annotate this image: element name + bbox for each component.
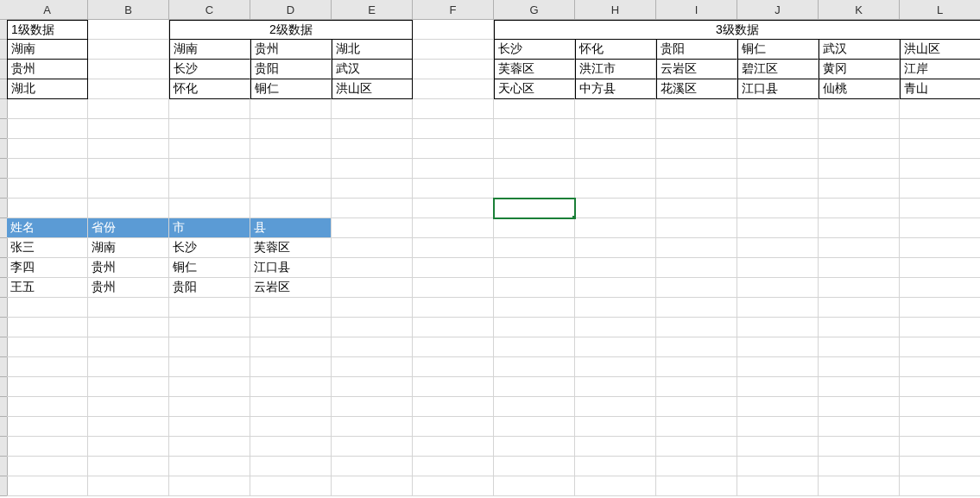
cell-F13[interactable] [413, 258, 494, 278]
cell-G1[interactable]: 3级数据 [494, 20, 980, 40]
col-header-B[interactable]: B [88, 0, 169, 20]
cell-F12[interactable] [413, 238, 494, 258]
cell-L17[interactable] [900, 337, 980, 357]
cell-L14[interactable] [900, 278, 980, 298]
cell-J21[interactable] [737, 417, 819, 437]
cell-B17[interactable] [88, 337, 169, 357]
cell-I9[interactable] [656, 179, 737, 199]
cell-F8[interactable] [413, 159, 494, 179]
cell-J10[interactable] [737, 199, 819, 218]
cell-L5[interactable] [900, 99, 980, 119]
cell-G13[interactable] [494, 258, 575, 278]
cell-H2[interactable]: 怀化 [575, 40, 656, 60]
cell-H22[interactable] [575, 437, 656, 457]
cell-A22[interactable] [7, 437, 88, 457]
cell-H16[interactable] [575, 318, 656, 337]
table-row[interactable]: 贵州 [88, 278, 169, 298]
cell-H24[interactable] [575, 476, 656, 496]
cell-D2[interactable]: 贵州 [250, 40, 332, 60]
cell-I2[interactable]: 贵阳 [656, 40, 737, 60]
cell-K12[interactable] [819, 238, 900, 258]
cell-L22[interactable] [900, 437, 980, 457]
cell-L16[interactable] [900, 318, 980, 337]
cell-E15[interactable] [332, 298, 413, 318]
cell-D5[interactable] [250, 99, 332, 119]
cell-J14[interactable] [737, 278, 819, 298]
cell-E21[interactable] [332, 417, 413, 437]
cell-L10[interactable] [900, 199, 980, 218]
cell-E5[interactable] [332, 99, 413, 119]
cell-B2[interactable] [88, 40, 169, 60]
cell-J8[interactable] [737, 159, 819, 179]
cell-C16[interactable] [169, 318, 250, 337]
cell-D19[interactable] [250, 377, 332, 397]
cell-J17[interactable] [737, 337, 819, 357]
cell-D7[interactable] [250, 139, 332, 159]
cell-J5[interactable] [737, 99, 819, 119]
cell-E13[interactable] [332, 258, 413, 278]
cell-H10[interactable] [575, 199, 656, 218]
cell-F19[interactable] [413, 377, 494, 397]
cell-G5[interactable] [494, 99, 575, 119]
cell-H8[interactable] [575, 159, 656, 179]
cell-I20[interactable] [656, 397, 737, 417]
cell-J19[interactable] [737, 377, 819, 397]
cell-F3[interactable] [413, 60, 494, 79]
cell-G24[interactable] [494, 476, 575, 496]
cell-E18[interactable] [332, 357, 413, 377]
cell-I13[interactable] [656, 258, 737, 278]
cell-H14[interactable] [575, 278, 656, 298]
cell-D3[interactable]: 贵阳 [250, 60, 332, 79]
cell-G12[interactable] [494, 238, 575, 258]
cell-G7[interactable] [494, 139, 575, 159]
cell-K2[interactable]: 武汉 [819, 40, 900, 60]
cell-I18[interactable] [656, 357, 737, 377]
table-row[interactable]: 湖南 [88, 238, 169, 258]
cell-K16[interactable] [819, 318, 900, 337]
table-header-2[interactable]: 市 [169, 218, 250, 238]
col-header-E[interactable]: E [332, 0, 413, 20]
cell-E17[interactable] [332, 337, 413, 357]
cell-I11[interactable] [656, 218, 737, 238]
cell-A19[interactable] [7, 377, 88, 397]
cell-A16[interactable] [7, 318, 88, 337]
cell-K15[interactable] [819, 298, 900, 318]
cell-K22[interactable] [819, 437, 900, 457]
cell-F11[interactable] [413, 218, 494, 238]
cell-L6[interactable] [900, 119, 980, 139]
cell-J12[interactable] [737, 238, 819, 258]
cell-C5[interactable] [169, 99, 250, 119]
cell-C9[interactable] [169, 179, 250, 199]
cell-H11[interactable] [575, 218, 656, 238]
table-row[interactable]: 长沙 [169, 238, 250, 258]
col-header-F[interactable]: F [413, 0, 494, 20]
cell-I12[interactable] [656, 238, 737, 258]
cell-A7[interactable] [7, 139, 88, 159]
cell-D18[interactable] [250, 357, 332, 377]
cell-A24[interactable] [7, 476, 88, 496]
cell-B10[interactable] [88, 199, 169, 218]
cell-B5[interactable] [88, 99, 169, 119]
cell-C18[interactable] [169, 357, 250, 377]
cell-D23[interactable] [250, 457, 332, 476]
cell-G11[interactable] [494, 218, 575, 238]
cell-J24[interactable] [737, 476, 819, 496]
cell-K13[interactable] [819, 258, 900, 278]
cell-F23[interactable] [413, 457, 494, 476]
cell-D15[interactable] [250, 298, 332, 318]
cell-J9[interactable] [737, 179, 819, 199]
cell-I23[interactable] [656, 457, 737, 476]
table-header-1[interactable]: 省份 [88, 218, 169, 238]
cell-C3[interactable]: 长沙 [169, 60, 250, 79]
col-header-G[interactable]: G [494, 0, 575, 20]
cell-I5[interactable] [656, 99, 737, 119]
cell-H4[interactable]: 中方县 [575, 79, 656, 99]
col-header-K[interactable]: K [819, 0, 900, 20]
cell-B16[interactable] [88, 318, 169, 337]
cell-C20[interactable] [169, 397, 250, 417]
cell-E10[interactable] [332, 199, 413, 218]
cell-A9[interactable] [7, 179, 88, 199]
cell-K8[interactable] [819, 159, 900, 179]
cell-J20[interactable] [737, 397, 819, 417]
cell-H13[interactable] [575, 258, 656, 278]
